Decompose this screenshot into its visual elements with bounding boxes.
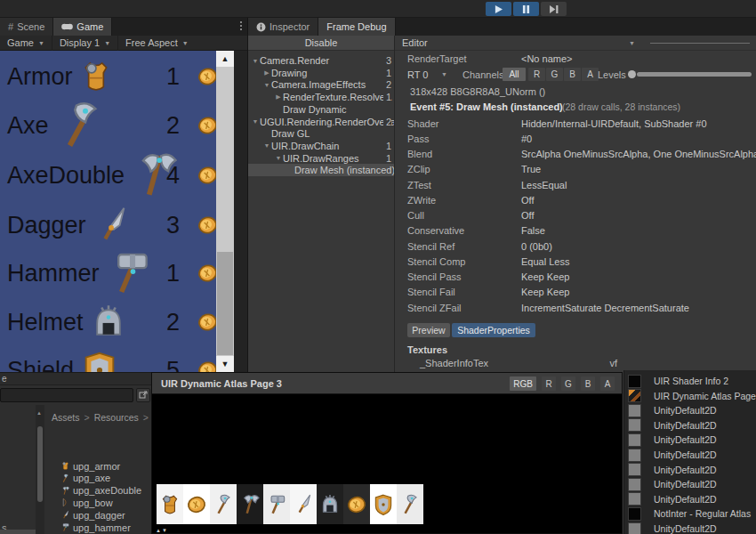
property-value: True <box>521 164 541 174</box>
armor-icon <box>60 461 70 471</box>
tree-collapsed-icon[interactable]: ▶ <box>274 93 283 101</box>
preview-tab[interactable]: Preview <box>407 323 450 337</box>
tree-row[interactable]: ▶RenderTexture.ResolveA1 <box>248 91 394 103</box>
texture-list-row[interactable]: UnityDefault2D <box>624 403 756 417</box>
atlas-sprite-cell <box>263 484 290 524</box>
tab-scene[interactable]: # Scene <box>0 18 53 36</box>
tab-frame-debug-label: Frame Debug <box>326 21 386 32</box>
tree-expanded-icon[interactable]: ▼ <box>251 58 260 64</box>
preview-channel-button-a[interactable]: A <box>600 376 615 391</box>
hammer-icon <box>265 493 288 516</box>
search-input[interactable] <box>0 388 133 402</box>
tree-row[interactable]: ▼Camera.ImageEffects2 <box>248 78 394 91</box>
tree-row[interactable]: ▼UIR.DrawChain1 <box>248 140 394 152</box>
tree-row[interactable]: ▼Camera.Render3 <box>248 54 394 67</box>
replay-slider[interactable] <box>650 43 750 44</box>
play-button[interactable] <box>486 2 511 16</box>
tree-expanded-icon[interactable]: ▼ <box>251 118 260 125</box>
display-dropdown[interactable]: Display 1▼ <box>52 36 118 51</box>
scroll-up-icon[interactable]: ▲ <box>36 410 42 416</box>
tab-frame-debug[interactable]: Frame Debug <box>318 18 395 36</box>
texture-list-row[interactable]: UnityDefault2D <box>624 418 756 433</box>
texture-list-row[interactable]: UnityDefault2D <box>624 492 756 506</box>
tree-row[interactable]: ▶Drawing1 <box>248 67 394 79</box>
preview-window-body: ▲▼ <box>152 394 622 533</box>
atlas-sprite-cell <box>157 484 183 524</box>
tree-row[interactable]: ▼UIR.DrawRanges1 <box>248 152 394 165</box>
scroll-down-icon[interactable]: ▼ <box>216 356 234 372</box>
property-value: 0 (0b0) <box>521 241 552 252</box>
save-search-button[interactable] <box>136 388 150 402</box>
item-name: Armor <box>7 63 73 91</box>
levels-slider-thumb[interactable] <box>628 70 636 78</box>
property-value: IncrementSaturate DecrementSaturate <box>521 303 689 313</box>
channel-button-r[interactable]: R <box>528 68 545 81</box>
preview-channel-button-g[interactable]: G <box>561 376 575 391</box>
tab-game-label: Game <box>76 21 103 32</box>
tree-row[interactable]: Draw Mesh (instanced) <box>248 164 394 176</box>
play-icon <box>495 5 503 13</box>
axe-icon <box>398 493 422 516</box>
property-row: Pass#0 <box>395 131 756 146</box>
tab-inspector[interactable]: Inspector <box>248 18 318 36</box>
texture-list-row[interactable]: UnityDefault2D <box>624 433 756 447</box>
tree-row[interactable]: ▼UGUI.Rendering.RenderOverla2 <box>248 116 394 128</box>
item-name: Helmet <box>7 309 84 336</box>
levels-slider-track[interactable] <box>637 72 752 77</box>
game-viewport: Armor1Axe2AxeDouble4Dagger3Hammer1Helmet… <box>0 51 216 372</box>
channel-button-all[interactable]: All <box>503 68 526 81</box>
game-view-toolbar: Game▼ Display 1▼ Free Aspect▼ <box>0 36 247 51</box>
selected-folder-row[interactable] <box>0 530 36 534</box>
unity-editor-window: # Scene Game Game▼ Display 1▼ Free Aspec… <box>0 0 756 534</box>
channel-button-g[interactable]: G <box>546 68 563 81</box>
texture-list-row[interactable]: UnityDefault2D <box>624 463 756 477</box>
tree-expanded-icon[interactable]: ▼ <box>262 82 271 88</box>
scrollbar-thumb[interactable] <box>217 252 233 355</box>
shaderproperties-tab[interactable]: ShaderProperties <box>452 323 535 337</box>
scrollbar-thumb[interactable] <box>37 426 43 502</box>
breadcrumb-segment[interactable]: Resources <box>94 412 139 423</box>
preview-channel-button-b[interactable]: B <box>581 376 595 391</box>
rt-dropdown[interactable]: RT 0 <box>407 69 428 80</box>
tab-game[interactable]: Game <box>53 18 112 36</box>
preview-window-header[interactable]: UIR Dynamic Atlas Page 3 RGBRGBA <box>152 373 622 394</box>
channel-button-a[interactable]: A <box>582 68 599 81</box>
preview-channel-button-rgb[interactable]: RGB <box>510 376 536 391</box>
coin-icon <box>196 114 216 138</box>
pause-button[interactable] <box>513 2 539 16</box>
disable-button[interactable]: Disable <box>248 36 394 51</box>
chevron-down-icon: ▼ <box>441 71 447 77</box>
texture-list-row[interactable]: UnityDefault2D <box>624 448 756 462</box>
breadcrumb-segment[interactable]: Assets <box>52 412 80 423</box>
tree-row[interactable]: Draw Dynamic <box>248 103 394 116</box>
tree-collapsed-icon[interactable]: ▶ <box>262 69 271 77</box>
project-scrollbar[interactable]: ▲ <box>36 405 44 534</box>
texture-list-row[interactable]: NotInter - Regular Atlas <box>624 506 756 521</box>
preview-channel-button-r[interactable]: R <box>542 376 556 391</box>
channel-button-b[interactable]: B <box>564 68 581 81</box>
shaderinfotex-row[interactable]: _ShaderInfoTex vf <box>395 357 756 369</box>
tree-row[interactable]: Draw GL <box>248 127 394 140</box>
tree-expanded-icon[interactable]: ▼ <box>262 142 271 149</box>
game-panel-tabbar: # Scene Game <box>0 18 247 36</box>
texture-list-row[interactable]: UIR Shader Info 2 <box>624 374 756 388</box>
texture-list-row[interactable]: UnityDefault2D <box>624 477 756 491</box>
texture-name: _ShaderInfoTex <box>420 358 488 368</box>
textures-header: Textures <box>407 344 447 355</box>
editor-dropdown[interactable]: Editor <box>402 37 428 48</box>
game-scrollbar[interactable]: ▲ ▼ <box>216 51 234 372</box>
kebab-menu-icon[interactable] <box>240 21 242 30</box>
scroll-up-icon[interactable]: ▲ <box>216 51 234 67</box>
property-row: ZClipTrue <box>395 162 756 177</box>
game-mode-dropdown[interactable]: Game▼ <box>0 36 52 51</box>
texture-list-row[interactable]: UIR Dynamic Atlas Page <box>624 389 756 403</box>
texture-thumbnail <box>628 418 641 432</box>
bow-icon <box>60 498 70 507</box>
texture-thumbnail <box>628 507 641 521</box>
tree-expanded-icon[interactable]: ▼ <box>274 155 283 161</box>
helmet-icon <box>318 493 342 516</box>
texture-list-row[interactable]: UnityDefault2D <box>624 522 756 534</box>
aspect-dropdown[interactable]: Free Aspect▼ <box>118 36 196 51</box>
step-button[interactable] <box>541 2 567 16</box>
atlas-sprite-cell <box>237 484 263 524</box>
